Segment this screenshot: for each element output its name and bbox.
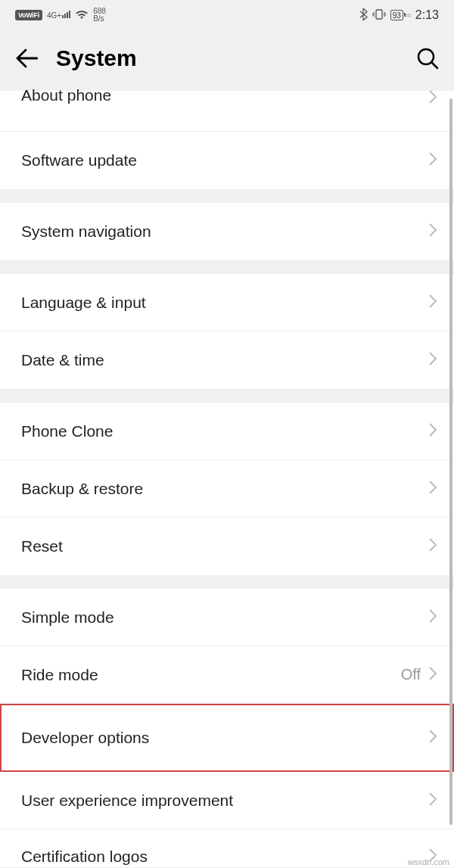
svg-rect-0 [376,10,382,19]
chevron-right-icon [428,666,437,684]
row-backup-restore[interactable]: Backup & restore [0,460,454,518]
row-label: About phone [21,86,111,104]
row-label: Software update [21,151,137,170]
chevron-right-icon [428,537,437,555]
section-navigation: System navigation [0,203,454,260]
row-about-phone[interactable]: About phone [0,91,454,132]
row-ride-mode[interactable]: Ride mode Off [0,646,454,704]
row-label: Reset [21,537,63,555]
section-about: About phone Software update [0,91,454,189]
section-language: Language & input Date & time [0,274,454,389]
row-system-navigation[interactable]: System navigation [0,203,454,260]
watermark: wsxdn.com [408,857,449,866]
network-speed: 688 B/s [93,8,106,23]
row-developer-options[interactable]: Developer options [0,704,454,772]
row-label: Language & input [21,294,146,312]
section-backup: Phone Clone Backup & restore Reset [0,403,454,575]
search-icon[interactable] [416,47,439,70]
svg-point-1 [418,49,434,64]
section-modes: Simple mode Ride mode Off Developer opti… [0,589,454,867]
battery-charge-icon: ⎓ [406,10,411,20]
row-label: Developer options [21,729,149,747]
bluetooth-icon [359,8,368,23]
row-phone-clone[interactable]: Phone Clone [0,403,454,460]
chevron-right-icon [428,608,437,627]
chevron-right-icon [428,480,437,498]
chevron-right-icon [428,151,437,170]
status-left: VoWiFi 4G+ 688 B/s [15,8,106,23]
row-reset[interactable]: Reset [0,518,454,575]
row-language-input[interactable]: Language & input [0,274,454,331]
row-label: Phone Clone [21,422,113,440]
chevron-right-icon [428,422,437,440]
row-label: System navigation [21,222,151,241]
row-label: Ride mode [21,666,98,684]
back-arrow-icon[interactable] [15,48,38,68]
chevron-right-icon [428,294,437,312]
header: System [0,27,454,91]
signal-indicator: 4G+ [47,11,70,20]
status-right: 93 ⎓ 2:13 [359,8,439,23]
vowifi-badge: VoWiFi [15,10,42,20]
chevron-right-icon [428,351,437,369]
chevron-right-icon [428,729,437,747]
row-date-time[interactable]: Date & time [0,331,454,389]
row-value: Off [401,666,421,683]
chevron-right-icon [428,222,437,241]
page-title: System [56,45,398,71]
row-simple-mode[interactable]: Simple mode [0,589,454,646]
row-certification-logos[interactable]: Certification logos [0,829,454,867]
row-label: Date & time [21,351,104,369]
row-user-experience[interactable]: User experience improvement [0,772,454,829]
row-label: User experience improvement [21,792,233,810]
chevron-right-icon [428,89,437,107]
battery-indicator: 93 [390,10,403,20]
wifi-icon [75,9,89,22]
row-label: Backup & restore [21,480,143,498]
settings-list: About phone Software update System navig… [0,91,454,867]
row-label: Certification logos [21,848,148,866]
clock: 2:13 [415,8,439,22]
scrollbar[interactable] [449,98,452,825]
row-label: Simple mode [21,608,114,627]
row-software-update[interactable]: Software update [0,132,454,189]
chevron-right-icon [428,792,437,810]
vibrate-icon [372,9,386,22]
status-bar: VoWiFi 4G+ 688 B/s 93 ⎓ 2:13 [0,0,454,27]
